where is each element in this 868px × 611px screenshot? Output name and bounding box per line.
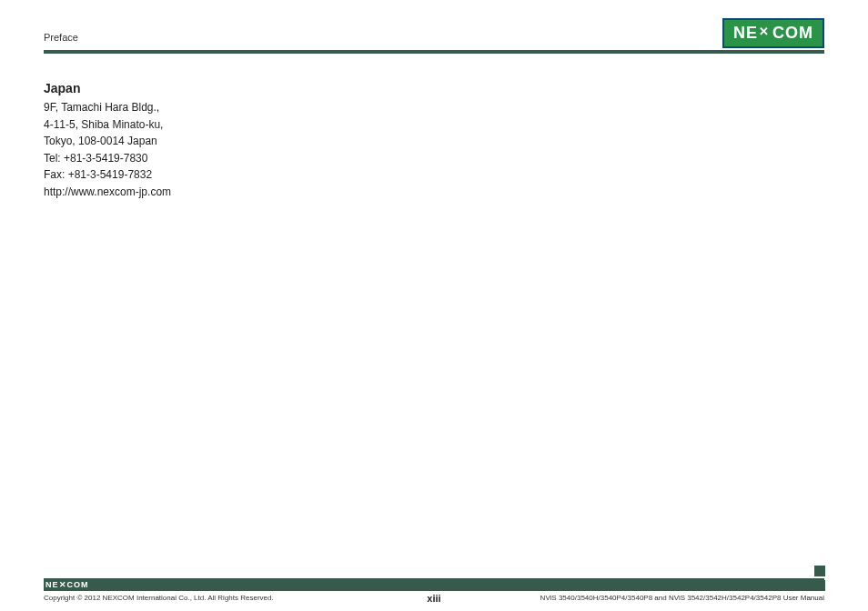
page-content: Japan 9F, Tamachi Hara Bldg., 4-11-5, Sh… (0, 54, 868, 201)
address-line: Tokyo, 108-0014 Japan (44, 133, 824, 150)
address-line: 4-11-5, Shiba Minato-ku, (44, 116, 824, 134)
footer-logo-left: NE (45, 580, 59, 589)
page-number: xiii (427, 593, 440, 604)
page-header: Preface NECOM (0, 0, 868, 48)
brand-logo-icon: NECOM (722, 18, 824, 48)
logo-text-right: COM (772, 24, 813, 43)
fax-line: Fax: +81-3-5419-7832 (44, 166, 824, 184)
address-line: 9F, Tamachi Hara Bldg., (44, 99, 824, 116)
tel-line: Tel: +81-3-5419-7830 (44, 150, 824, 167)
url-line: http://www.nexcom-jp.com (44, 184, 824, 201)
page-footer: NE✕COM Copyright © 2012 NEXCOM Internati… (0, 578, 868, 611)
footer-bar: NE✕COM (44, 578, 824, 591)
brand-logo-top: NECOM (722, 18, 824, 48)
manual-reference: NViS 3540/3540H/3540P4/3540P8 and NViS 3… (540, 594, 824, 602)
footer-logo-right: COM (67, 580, 89, 589)
copyright-text: Copyright © 2012 NEXCOM International Co… (44, 594, 274, 602)
footer-logo-x-icon: ✕ (59, 580, 67, 589)
header-section-label: Preface (44, 32, 78, 48)
logo-x-icon (759, 27, 772, 40)
logo-text-left: NE (733, 24, 758, 43)
section-title: Japan (44, 81, 824, 95)
footer-squares-icon (800, 566, 825, 591)
footer-brand-logo: NE✕COM (44, 580, 89, 589)
footer-text-row: Copyright © 2012 NEXCOM International Co… (0, 591, 868, 611)
